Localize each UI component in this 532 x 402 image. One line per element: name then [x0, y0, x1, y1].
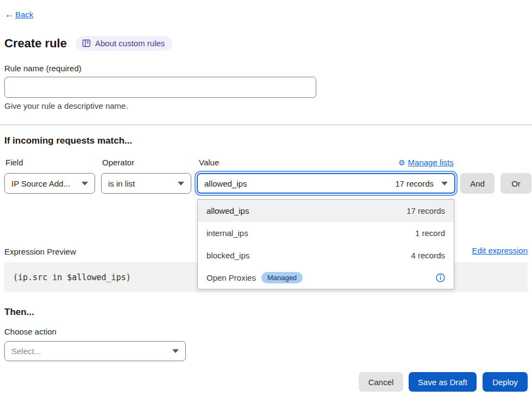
back-link-label: Back	[15, 10, 33, 19]
action-select[interactable]: Select...	[4, 341, 186, 361]
field-select[interactable]: IP Source Add...	[4, 173, 95, 194]
value-column-label: Value	[199, 158, 219, 167]
choose-action-label: Choose action	[4, 327, 57, 336]
expression-preview-label: Expression Preview	[4, 247, 76, 256]
option-record-count: 17 records	[406, 206, 445, 215]
save-as-draft-button[interactable]: Save as Draft	[409, 372, 477, 392]
dropdown-option-blocked-ips[interactable]: blocked_ips 4 records	[198, 244, 454, 267]
gear-icon: ⚙	[398, 158, 405, 167]
about-custom-rules-link[interactable]: About custom rules	[76, 36, 172, 51]
chevron-down-icon	[172, 349, 179, 353]
info-icon[interactable]	[436, 273, 445, 282]
option-name: blocked_ips	[206, 251, 249, 260]
option-record-count: 4 records	[411, 251, 445, 260]
field-select-value: IP Source Add...	[11, 179, 70, 188]
section-divider	[0, 125, 532, 125]
then-section-heading: Then...	[4, 307, 34, 318]
cancel-button[interactable]: Cancel	[359, 372, 403, 392]
option-record-count: 1 record	[415, 228, 445, 238]
option-name: allowed_ips	[206, 206, 249, 215]
chevron-down-icon	[82, 182, 88, 185]
edit-expression-link[interactable]: Edit expression	[472, 246, 528, 255]
operator-column-label: Operator	[102, 158, 134, 167]
deploy-button[interactable]: Deploy	[483, 372, 528, 392]
expression-code: (ip.src in $allowed_ips)	[4, 273, 131, 282]
rule-name-label: Rule name (required)	[4, 64, 82, 73]
chevron-down-icon	[441, 182, 448, 185]
and-button[interactable]: And	[460, 173, 495, 194]
back-link[interactable]: ← Back	[4, 9, 33, 20]
option-name: internal_ips	[206, 228, 248, 238]
match-section-heading: If incoming requests match...	[4, 135, 132, 146]
option-name: Open Proxies	[206, 273, 256, 282]
or-button[interactable]: Or	[500, 173, 531, 194]
title-row: Create rule About custom rules	[4, 36, 172, 51]
rule-name-input[interactable]	[4, 77, 316, 98]
field-column-label: Field	[5, 158, 23, 167]
operator-select[interactable]: is in list	[101, 173, 191, 194]
value-select-record-count: 17 records	[395, 179, 434, 188]
manage-lists-label: Manage lists	[408, 158, 454, 167]
back-arrow-icon: ←	[4, 9, 14, 20]
operator-select-value: is in list	[108, 179, 135, 188]
action-select-placeholder: Select...	[11, 347, 41, 356]
chevron-down-icon	[178, 182, 184, 185]
book-icon	[82, 39, 91, 47]
manage-lists-link[interactable]: ⚙ Manage lists	[398, 158, 454, 167]
about-custom-rules-label: About custom rules	[95, 39, 165, 48]
rule-name-helper-text: Give your rule a descriptive name.	[4, 101, 128, 110]
dropdown-option-allowed-ips[interactable]: allowed_ips 17 records	[198, 200, 454, 222]
page-title: Create rule	[4, 36, 67, 51]
value-select[interactable]: allowed_ips 17 records	[197, 173, 455, 194]
managed-badge: Managed	[261, 272, 303, 283]
value-select-selected: allowed_ips	[204, 179, 247, 188]
dropdown-option-open-proxies[interactable]: Open Proxies Managed	[198, 267, 454, 289]
dropdown-option-internal-ips[interactable]: internal_ips 1 record	[198, 222, 454, 244]
value-dropdown-panel: allowed_ips 17 records internal_ips 1 re…	[197, 199, 454, 289]
create-rule-page: ← Back Create rule About custom rules Ru…	[0, 0, 532, 402]
